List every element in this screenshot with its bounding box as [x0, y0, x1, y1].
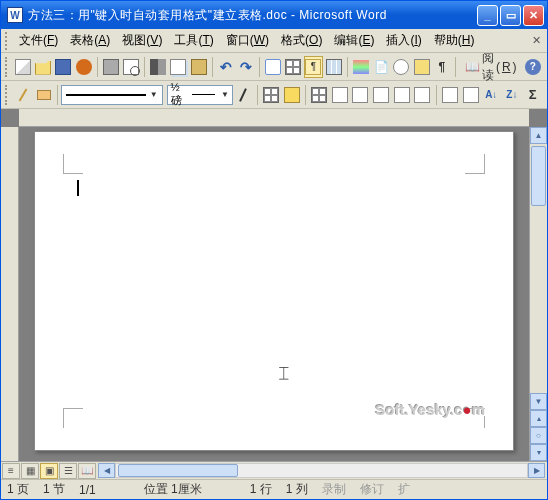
menu-window[interactable]: 窗口(W) — [220, 30, 275, 51]
print-layout-view-button[interactable]: ▣ — [40, 463, 58, 479]
maximize-button[interactable]: ▭ — [500, 5, 521, 26]
change-direction-button[interactable] — [461, 84, 480, 106]
browse-object-button[interactable]: ○ — [530, 427, 547, 444]
status-track[interactable]: 修订 — [360, 481, 384, 498]
close-button[interactable]: ✕ — [523, 5, 544, 26]
redo-button[interactable]: ↷ — [237, 56, 255, 78]
tables-borders-toolbar: ▼ ½ 磅 ▼ A↓ Z↓ Σ — [1, 81, 547, 109]
zoom-button[interactable] — [392, 56, 410, 78]
merge-icon — [332, 87, 348, 103]
menu-edit[interactable]: 编辑(E) — [328, 30, 380, 51]
outline-view-button[interactable]: ☰ — [59, 463, 77, 479]
line-style-combo[interactable]: ▼ — [61, 85, 163, 105]
sort-asc-button[interactable]: A↓ — [482, 84, 501, 106]
document-page[interactable]: ⌶ Soft.Yesky.c●m — [34, 131, 514, 451]
print-icon — [103, 59, 119, 75]
scroll-right-button[interactable]: ▶ — [528, 463, 545, 478]
menu-format[interactable]: 格式(O) — [275, 30, 328, 51]
minimize-button[interactable]: _ — [477, 5, 498, 26]
status-record[interactable]: 录制 — [322, 481, 346, 498]
document-canvas[interactable]: ⌶ Soft.Yesky.c●m — [19, 127, 529, 461]
line-weight-combo[interactable]: ½ 磅 ▼ — [167, 85, 233, 105]
shading-color-button[interactable] — [282, 84, 301, 106]
copy-icon — [170, 59, 186, 75]
web-view-button[interactable]: ▦ — [21, 463, 39, 479]
vertical-ruler[interactable] — [1, 127, 19, 461]
border-color-button[interactable] — [234, 84, 253, 106]
browse-next-button[interactable]: ▾ — [530, 444, 547, 461]
menu-tools[interactable]: 工具(T) — [168, 30, 219, 51]
book-icon: 📖 — [465, 60, 480, 74]
copy-button[interactable] — [169, 56, 187, 78]
reading-layout-button[interactable]: 📖 阅读(R) — [460, 56, 522, 78]
align-button[interactable] — [372, 84, 391, 106]
menu-file[interactable]: 文件(F) — [13, 30, 64, 51]
hscroll-track[interactable] — [115, 463, 528, 478]
save-button[interactable] — [54, 56, 72, 78]
undo-button[interactable]: ↶ — [216, 56, 234, 78]
open-button[interactable] — [34, 56, 52, 78]
cut-icon — [150, 59, 166, 75]
browse-prev-button[interactable]: ▴ — [530, 410, 547, 427]
draw-table-button[interactable] — [14, 84, 33, 106]
columns-button[interactable] — [325, 56, 343, 78]
merge-cells-button[interactable] — [330, 84, 349, 106]
sort-desc-button[interactable]: Z↓ — [503, 84, 522, 106]
drawing-button[interactable] — [352, 56, 370, 78]
new-button[interactable] — [14, 56, 32, 78]
table-autoformat-button[interactable] — [441, 84, 460, 106]
separator — [347, 57, 348, 77]
permission-button[interactable] — [74, 56, 92, 78]
vertical-scrollbar[interactable]: ▲ ▼ ▴ ○ ▾ — [529, 127, 547, 461]
separator — [257, 85, 258, 105]
scroll-up-button[interactable]: ▲ — [530, 127, 547, 144]
print-button[interactable] — [102, 56, 120, 78]
horizontal-ruler[interactable] — [19, 109, 529, 127]
distribute-cols-button[interactable] — [413, 84, 432, 106]
text-cursor — [77, 180, 79, 196]
menu-table[interactable]: 表格(A) — [64, 30, 116, 51]
toolbar1-grip[interactable] — [5, 57, 9, 77]
scroll-thumb[interactable] — [531, 146, 546, 206]
scroll-track[interactable] — [530, 144, 547, 393]
paste-button[interactable] — [189, 56, 207, 78]
cut-button[interactable] — [149, 56, 167, 78]
autosum-button[interactable]: Σ — [523, 84, 542, 106]
scroll-down-button[interactable]: ▼ — [530, 393, 547, 410]
show-hide-button[interactable]: ¶ — [304, 56, 322, 78]
menu-view[interactable]: 视图(V) — [116, 30, 168, 51]
status-section: 1 节 — [43, 481, 65, 498]
distribute-rows-button[interactable] — [392, 84, 411, 106]
drawing-icon — [353, 60, 369, 74]
print-preview-button[interactable] — [122, 56, 140, 78]
tables-borders-button[interactable] — [284, 56, 302, 78]
titlebar[interactable]: W 方法三：用"键入时自动套用格式"建立表格.doc - Microsoft W… — [1, 1, 547, 29]
paragraph-marks-button[interactable]: ¶ — [433, 56, 451, 78]
doc-map-button[interactable]: 📄 — [372, 56, 390, 78]
menu-insert[interactable]: 插入(I) — [380, 30, 427, 51]
direction-icon — [463, 87, 479, 103]
horizontal-scrollbar[interactable]: ◀ ▶ — [98, 463, 545, 478]
doc-close-button[interactable]: ✕ — [529, 33, 543, 47]
hyperlink-button[interactable] — [264, 56, 282, 78]
normal-view-button[interactable]: ≡ — [2, 463, 20, 479]
workspace: ⌶ Soft.Yesky.c●m ▲ ▼ ▴ ○ ▾ — [1, 109, 547, 461]
margin-marker-tr — [465, 154, 485, 174]
sort-desc-icon: Z↓ — [506, 89, 517, 100]
scroll-left-button[interactable]: ◀ — [98, 463, 115, 478]
eraser-button[interactable] — [34, 84, 53, 106]
outside-border-button[interactable] — [262, 84, 281, 106]
menu-help[interactable]: 帮助(H) — [428, 30, 481, 51]
ruler-icon — [414, 59, 430, 75]
help-button[interactable]: ? — [524, 56, 542, 78]
ruler-button[interactable] — [412, 56, 430, 78]
status-extend[interactable]: 扩 — [398, 481, 410, 498]
reading-view-button[interactable]: 📖 — [78, 463, 96, 479]
window-title: 方法三：用"键入时自动套用格式"建立表格.doc - Microsoft Wor… — [28, 7, 477, 24]
hscroll-thumb[interactable] — [118, 464, 238, 477]
menubar-grip[interactable] — [5, 32, 9, 50]
insert-table-button[interactable] — [310, 84, 329, 106]
autoformat-icon — [442, 87, 458, 103]
toolbar2-grip[interactable] — [5, 85, 9, 105]
split-cells-button[interactable] — [351, 84, 370, 106]
